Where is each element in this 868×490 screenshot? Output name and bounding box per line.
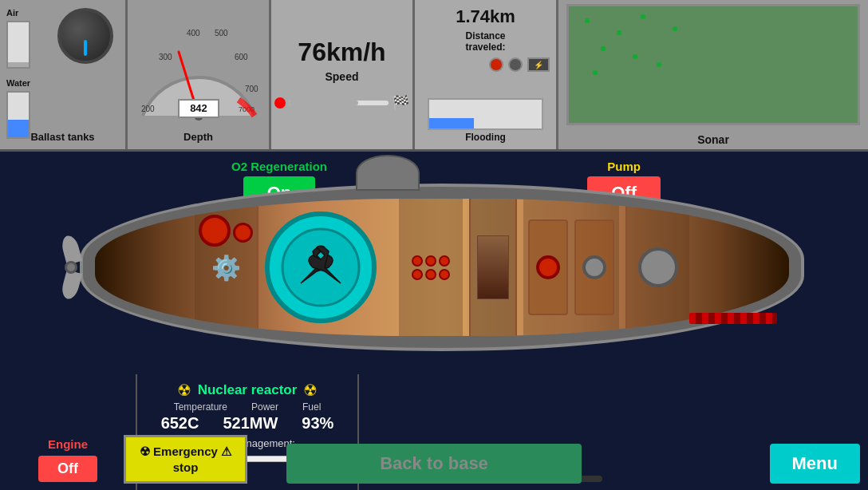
reactor-temp-val-col: 652C: [161, 414, 199, 433]
reactor-stats-header: Temperature Power Fuel: [174, 401, 322, 413]
depth-title: Depth: [183, 131, 213, 143]
depth-gauge: 200 300 400 500 600 700 7000 842: [135, 4, 262, 128]
radiation-icon-left: ☢: [177, 381, 191, 400]
sonar-screen: [566, 4, 860, 125]
back-to-base-button[interactable]: Back to base: [286, 444, 582, 484]
air-label: Air: [6, 8, 30, 18]
radiation-icon-right: ☢: [303, 381, 318, 400]
reactor-circle: [265, 211, 377, 323]
radiation-warning-icon: ☢: [140, 444, 150, 460]
reactor-power-value: 521MW: [223, 414, 278, 433]
warning-sign-icon: ⚠: [221, 444, 231, 460]
submarine-visual: ⚙️: [80, 184, 804, 351]
distance-value: 1.74km: [456, 6, 515, 27]
sonar-section: Sonar: [558, 0, 868, 149]
sonar-dot: [673, 26, 677, 31]
water-label: Water: [6, 78, 30, 88]
flooding-container: Flooding: [421, 98, 550, 143]
speed-value: 76km/h: [298, 38, 385, 67]
sonar-dot: [641, 14, 645, 19]
ballast-knob[interactable]: [57, 8, 113, 64]
main-area: O2 Regeneration On Pump Off ⚙️: [0, 152, 868, 490]
sonar-dot: [601, 46, 606, 51]
reactor-name: Nuclear reactor: [198, 382, 298, 398]
reactor-fuel-label: Fuel: [302, 401, 321, 413]
flooding-indicator: [428, 98, 543, 130]
speed-flag-icon: 🏁: [392, 94, 409, 112]
emergency-line1: Emergency: [153, 444, 218, 460]
engine-label: Engine: [48, 437, 88, 451]
depth-section: 200 300 400 500 600 700 7000 842 Depth: [128, 0, 271, 149]
sonar-dot: [657, 62, 661, 67]
sonar-dot: [585, 18, 590, 23]
distance-section: 1.74km Distance traveled: ⚡ Flooding: [415, 0, 558, 149]
svg-text:700: 700: [245, 85, 258, 93]
distance-label: Distance traveled:: [465, 30, 505, 53]
speed-track: [289, 101, 388, 105]
svg-text:842: 842: [190, 102, 207, 114]
reactor-power-val-col: 521MW: [223, 414, 278, 433]
reactor-temp-label: Temperature: [174, 401, 227, 413]
svg-text:500: 500: [215, 29, 228, 38]
speed-dot: [274, 97, 286, 109]
speed-section: 76km/h Speed 🏁: [271, 0, 415, 149]
reactor-fuel-val-col: 93%: [302, 414, 333, 433]
ballast-section: Air Water Ballast tanks: [0, 0, 128, 149]
engine-toggle-button[interactable]: Off: [38, 456, 97, 482]
speed-label: Speed: [325, 70, 358, 83]
reactor-values-row: 652C 521MW 93%: [161, 414, 334, 433]
sonar-dot: [593, 70, 598, 75]
reactor-fuel-col: Fuel: [302, 401, 321, 413]
reactor-temp-value: 652C: [161, 414, 199, 433]
flooding-fill: [429, 118, 474, 128]
menu-button[interactable]: Menu: [770, 444, 860, 484]
svg-text:300: 300: [159, 53, 172, 61]
top-fin: [356, 155, 420, 191]
flooding-label: Flooding: [465, 132, 506, 143]
emergency-stop-button[interactable]: ☢ Emergency ⚠ stop: [124, 435, 247, 484]
emergency-line2: stop: [173, 460, 199, 476]
sonar-dot: [633, 54, 637, 59]
svg-text:600: 600: [235, 53, 248, 61]
top-hud: Air Water Ballast tanks 200 300 400 500: [0, 0, 868, 152]
reactor-power-label: Power: [251, 401, 278, 413]
reactor-power-col: Power: [251, 401, 278, 413]
sonar-dot: [617, 30, 621, 35]
reactor-title-row: ☢ Nuclear reactor ☢: [177, 381, 318, 400]
o2-title: O2 Regeneration: [231, 160, 327, 173]
sonar-label: Sonar: [697, 133, 729, 146]
reactor-temp-col: Temperature: [174, 401, 227, 413]
svg-text:200: 200: [141, 105, 155, 113]
ballast-title: Ballast tanks: [30, 131, 94, 143]
pump-title: Pump: [607, 160, 641, 173]
red-indicator-bar: [689, 313, 777, 324]
svg-text:400: 400: [187, 29, 200, 38]
engine-panel: Engine Off: [0, 374, 136, 490]
reactor-fuel-value: 93%: [302, 414, 333, 433]
speed-slider-row: 🏁: [274, 94, 408, 112]
